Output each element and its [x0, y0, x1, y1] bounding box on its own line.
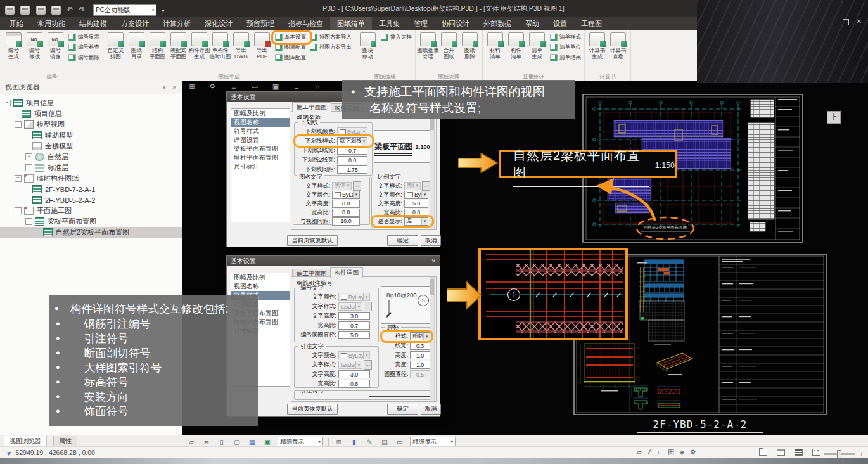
- ribbon-button-图纸批量管理[interactable]: 图纸批量管理: [418, 30, 438, 60]
- input-高度[interactable]: 1.0: [410, 351, 430, 359]
- tab-外部数据[interactable]: 外部数据: [476, 17, 518, 30]
- chart-icon[interactable]: ▮: [349, 437, 359, 446]
- folder-icon[interactable]: [759, 449, 767, 456]
- tab-工程图[interactable]: 工程图: [574, 17, 609, 30]
- pan-icon[interactable]: ↔: [226, 82, 241, 91]
- ribbon-button-单构件临时出图[interactable]: 单构件临时出图: [210, 30, 231, 60]
- tree-item-项目信息[interactable]: 项目信息: [0, 108, 182, 119]
- settings-nav-视图名称[interactable]: 视图名称: [231, 282, 290, 291]
- tree-item-项目信息[interactable]: −项目信息: [0, 98, 182, 108]
- folder-icon[interactable]: ▭: [395, 437, 405, 446]
- ribbon-button-计算书查看[interactable]: 计算书查看: [608, 30, 629, 60]
- redo-icon[interactable]: ↷: [79, 6, 84, 14]
- panel-tab-view-browser[interactable]: 视图浏览器: [4, 436, 47, 447]
- ribbon-button-图块移动[interactable]: 图块移动: [357, 30, 378, 60]
- reset-page-button[interactable]: 当前页恢复默认: [287, 404, 338, 415]
- window-zoom-icon[interactable]: ▭: [247, 82, 262, 91]
- ribbon-button-构件详图生成[interactable]: 构件详图生成: [189, 30, 210, 60]
- ribbon-button-合并图纸[interactable]: 合并图纸: [438, 30, 459, 60]
- tab-帮助[interactable]: 帮助: [518, 17, 546, 30]
- ok-button[interactable]: 确定: [387, 235, 418, 246]
- tree-item-模型视图[interactable]: −模型视图: [0, 119, 182, 130]
- home-icon[interactable]: ⌂: [310, 82, 325, 91]
- viewport-grid-icon[interactable]: ⊞: [184, 82, 200, 91]
- ribbon-button-清单生成[interactable]: 清单生成: [527, 30, 547, 60]
- ribbon-button-材料清单[interactable]: 材料清单: [485, 30, 506, 60]
- tab-协同设计[interactable]: 协同设计: [435, 17, 476, 30]
- angle-snap-icon[interactable]: ∠: [646, 448, 654, 457]
- zoom-slider[interactable]: [824, 453, 855, 455]
- ribbon-button-编号检查[interactable]: 编号检查: [68, 44, 99, 51]
- save-as-icon[interactable]: [51, 6, 61, 15]
- settings-nav-详图设置[interactable]: 详图设置: [231, 136, 290, 145]
- ribbon-button-图库配置[interactable]: 图库配置: [275, 54, 306, 61]
- tree-item-平面施工图[interactable]: −平面施工图: [0, 205, 182, 216]
- input-宽度[interactable]: 1.0: [410, 361, 430, 369]
- ribbon-button-编号显示[interactable]: 编号显示: [68, 34, 99, 41]
- settings-icon[interactable]: ⚙: [689, 448, 697, 457]
- ribbon-button-编号生成[interactable]: 编号生成: [3, 30, 24, 60]
- browse-dots-button[interactable]: …: [364, 302, 372, 311]
- ribbon-button-排图方案导出[interactable]: 排图方案导出: [310, 44, 352, 51]
- display-mode-select[interactable]: 精细显示▾: [278, 437, 323, 447]
- chevron-down-icon[interactable]: ▾: [163, 84, 166, 91]
- input-线宽[interactable]: 0.3: [410, 342, 430, 350]
- block-icon[interactable]: ▤: [380, 437, 390, 446]
- input-宽高比[interactable]: 0.8: [332, 209, 360, 217]
- pen-icon[interactable]: ✎: [364, 437, 374, 446]
- tab-方案设计[interactable]: 方案设计: [114, 17, 156, 30]
- image-icon[interactable]: ▣: [262, 437, 272, 446]
- settings-nav-图幅及比例[interactable]: 图幅及比例: [231, 273, 290, 282]
- undo-icon[interactable]: ↶: [67, 6, 73, 14]
- ribbon-button-图层配置[interactable]: 图层配置: [275, 44, 306, 51]
- minus-expander-icon[interactable]: −: [15, 175, 22, 182]
- tree-item-全楼模型[interactable]: 全楼模型: [0, 141, 182, 151]
- ribbon-button-编号镜像[interactable]: NO.编号镜像: [45, 30, 66, 60]
- scrollbar[interactable]: [430, 277, 435, 401]
- tree-item-梁板平面布置图[interactable]: −梁板平面布置图: [0, 216, 182, 227]
- cancel-button[interactable]: 取消: [421, 235, 441, 246]
- panel-tab-properties[interactable]: 属性: [53, 436, 77, 447]
- minus-expander-icon[interactable]: −: [25, 218, 32, 225]
- input-是否显示[interactable]: 是▾: [404, 217, 428, 226]
- minus-expander-icon[interactable]: −: [15, 121, 22, 128]
- display-mode-select-2[interactable]: 精细显示▾: [410, 437, 456, 447]
- tree-item-标准层[interactable]: +标准层: [0, 162, 182, 173]
- settings-nav-梁板平面布置图[interactable]: 梁板平面布置图: [231, 145, 290, 153]
- ribbon-button-编号删除[interactable]: 编号删除: [68, 54, 99, 61]
- tab-深化设计[interactable]: 深化设计: [198, 17, 239, 30]
- ribbon-button-清单样式[interactable]: 清单样式: [550, 34, 581, 41]
- input-下划线样式[interactable]: 双下划线▾: [337, 137, 367, 145]
- quick-access-menu-icon[interactable]: ▾: [162, 8, 165, 14]
- list-icon[interactable]: ≡: [289, 82, 304, 91]
- ribbon-button-图纸目录[interactable]: 图纸目录: [126, 30, 147, 60]
- ribbon-button-构件清单[interactable]: 构件清单: [506, 30, 527, 60]
- cancel-button[interactable]: 取消: [421, 404, 441, 415]
- plus-expander-icon[interactable]: +: [25, 164, 32, 171]
- ribbon-button-结构平面图[interactable]: 结构平面图: [147, 30, 168, 60]
- measure-icon[interactable]: ≍: [201, 437, 212, 446]
- grid-snap-icon[interactable]: 田: [667, 448, 675, 457]
- close-icon[interactable]: ✕: [172, 84, 177, 91]
- input-下划线间距[interactable]: 1.75: [337, 165, 367, 174]
- tab-设置[interactable]: 设置: [546, 17, 574, 30]
- tab-结构建模[interactable]: 结构建模: [72, 17, 114, 30]
- ribbon-button-自定义排图[interactable]: 自定义排图: [105, 30, 126, 60]
- input-样式[interactable]: 粗斜线▾: [410, 332, 430, 340]
- minus-expander-icon[interactable]: −: [15, 207, 22, 214]
- input-编号圆圈直径[interactable]: 5.0: [338, 331, 370, 339]
- list-icon[interactable]: [795, 449, 803, 456]
- ribbon-button-插入大样[interactable]: 插入大样: [381, 34, 412, 41]
- tab-工具集[interactable]: 工具集: [372, 17, 407, 30]
- ribbon-button-装配式平面图[interactable]: 装配式平面图: [168, 30, 189, 60]
- settings-nav-图幅及比例[interactable]: 图幅及比例: [231, 109, 290, 118]
- profile-select[interactable]: PC全功能版 ▾: [93, 4, 156, 16]
- save-icon[interactable]: [36, 6, 46, 15]
- ribbon-button-计算书生成[interactable]: 计算书生成: [587, 30, 608, 60]
- settings-nav-墙柱平面布置图[interactable]: 墙柱平面布置图: [231, 153, 290, 162]
- orbit-icon[interactable]: ⟳: [205, 82, 220, 91]
- ucs-icon[interactable]: ▱: [635, 448, 643, 457]
- osnap-icon[interactable]: ◈: [678, 448, 686, 457]
- ribbon-button-编号修改[interactable]: NO.编号修改: [24, 30, 45, 60]
- close-icon[interactable]: ✕: [431, 258, 436, 264]
